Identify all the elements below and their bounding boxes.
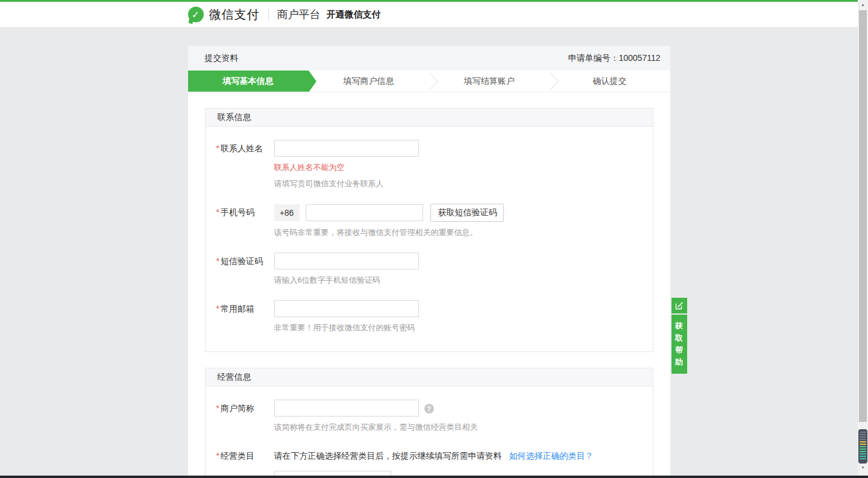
- merchant-short-name-input[interactable]: [274, 400, 419, 417]
- window-bottom-edge: [0, 476, 868, 478]
- platform-title: 商户平台: [277, 7, 321, 22]
- contact-name-hint: 请填写贵司微信支付业务联系人: [274, 178, 653, 189]
- browser-viewport: ✓ 微信支付 商户平台 开通微信支付 提交资料 申请单编号：100057112 …: [0, 0, 858, 478]
- sms-code-row: *短信验证码 请输入6位数字手机短信验证码: [206, 253, 653, 286]
- sms-code-label: *短信验证码: [206, 253, 274, 267]
- category-help-link[interactable]: 如何选择正确的类目？: [509, 451, 594, 461]
- required-mark: *: [216, 143, 219, 153]
- step-progress-bar: 填写基本信息 填写商户信息 填写结算账户 确认提交: [188, 71, 670, 92]
- get-help-tab: 获取帮助: [671, 298, 687, 374]
- required-mark: *: [216, 304, 219, 313]
- phone-country-prefix: +86: [274, 204, 300, 221]
- phone-hint: 该号码非常重要，将接收与微信支付管理相关的重要信息。: [274, 227, 653, 238]
- submission-card: 提交资料 申请单编号：100057112 填写基本信息 填写商户信息 填写结算账…: [188, 46, 670, 478]
- merchant-short-name-label: *商户简称: [206, 400, 274, 414]
- scrollbar-down-icon[interactable]: ▼: [858, 463, 868, 473]
- brand-title: 微信支付: [209, 7, 260, 23]
- contact-name-error: 联系人姓名不能为空: [274, 162, 653, 173]
- scrollbar-thumb[interactable]: [859, 10, 867, 422]
- business-category-label: *经营类目: [206, 447, 274, 462]
- step-confirm-submit[interactable]: 确认提交: [550, 71, 670, 92]
- card-title: 提交资料: [205, 53, 239, 64]
- site-header: ✓ 微信支付 商户平台 开通微信支付: [0, 2, 858, 28]
- card-header: 提交资料 申请单编号：100057112: [188, 46, 670, 71]
- check-icon: ✓: [192, 9, 200, 20]
- wechat-pay-logo-icon: ✓: [188, 7, 204, 22]
- required-mark: *: [216, 451, 219, 461]
- required-mark: *: [216, 207, 219, 217]
- header-divider: [268, 8, 269, 20]
- email-input[interactable]: [274, 300, 419, 317]
- feedback-edit-icon[interactable]: [671, 298, 687, 313]
- scrollbar-up-icon[interactable]: ▲: [858, 0, 868, 10]
- required-mark: *: [216, 403, 219, 413]
- merchant-short-name-row: *商户简称 ? 该简称将在支付完成页向买家展示，需与微信经营类目相关: [206, 400, 653, 433]
- step-merchant-info[interactable]: 填写商户信息: [309, 71, 429, 92]
- step-basic-info[interactable]: 填写基本信息: [188, 71, 309, 92]
- email-row: *常用邮箱 非常重要！用于接收微信支付的账号密码: [206, 300, 653, 333]
- sms-code-hint: 请输入6位数字手机短信验证码: [274, 275, 653, 286]
- business-info-section: 经营信息 *商户简称 ? 该简称将在支付完成页向买家展示，需与微信经营类目相关 …: [205, 368, 653, 478]
- extension-minimap-badge: [858, 429, 867, 464]
- email-label: *常用邮箱: [206, 300, 274, 315]
- phone-label: *手机号码: [206, 204, 274, 218]
- contact-name-row: *联系人姓名 联系人姓名不能为空 请填写贵司微信支付业务联系人: [206, 140, 653, 189]
- get-sms-code-button[interactable]: 获取短信验证码: [430, 204, 504, 222]
- merchant-short-name-hint: 该简称将在支付完成页向买家展示，需与微信经营类目相关: [274, 422, 653, 433]
- question-help-icon[interactable]: ?: [424, 404, 434, 414]
- phone-row: *手机号码 +86 获取短信验证码 该号码非常重要，将接收与微信支付管理相关的重…: [206, 204, 653, 238]
- required-mark: *: [216, 256, 219, 266]
- contact-name-label: *联系人姓名: [206, 140, 274, 154]
- business-category-row: *经营类目 请在下方正确选择经营类目后，按提示继续填写所需申请资料如何选择正确的…: [206, 447, 653, 478]
- phone-input[interactable]: [306, 204, 423, 221]
- application-number: 申请单编号：100057112: [568, 53, 660, 64]
- card-body: 联系信息 *联系人姓名 联系人姓名不能为空 请填写贵司微信支付业务联系人 *手机…: [188, 92, 670, 478]
- browser-scrollbar[interactable]: ▲ ▼: [858, 0, 868, 478]
- contact-name-input[interactable]: [274, 140, 419, 157]
- business-section-title: 经营信息: [206, 368, 653, 386]
- step-settlement-account[interactable]: 填写结算账户: [429, 71, 550, 92]
- sms-code-input[interactable]: [274, 253, 419, 269]
- category-instruction: 请在下方正确选择经营类目后，按提示继续填写所需申请资料: [274, 451, 502, 461]
- contact-section-title: 联系信息: [206, 108, 653, 127]
- get-help-button[interactable]: 获取帮助: [671, 315, 687, 374]
- page-subtitle: 开通微信支付: [327, 9, 381, 20]
- contact-info-section: 联系信息 *联系人姓名 联系人姓名不能为空 请填写贵司微信支付业务联系人 *手机…: [205, 108, 653, 352]
- email-hint: 非常重要！用于接收微信支付的账号密码: [274, 322, 653, 333]
